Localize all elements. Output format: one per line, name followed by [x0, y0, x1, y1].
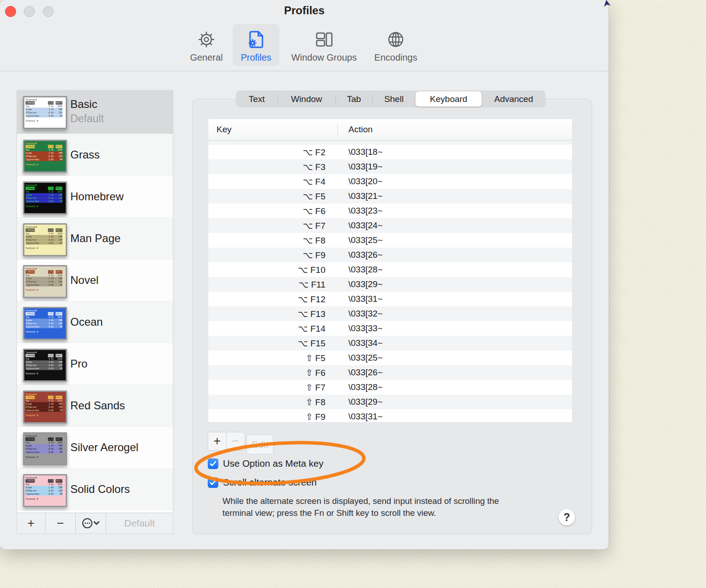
key-cell: ⌥ F8 [208, 235, 337, 246]
action-cell: \033[23~ [337, 206, 383, 216]
thumb-header-line: COMMAND%CPURPRVT [26, 187, 63, 190]
profile-thumbnail-screen: Terminal# COMMAND%CPURPRVT top4.1%231K X… [24, 266, 66, 297]
profile-item-novel[interactable]: Terminal# COMMAND%CPURPRVT top4.1%231K X… [17, 260, 173, 301]
key-mapping-row[interactable]: ⇧ F8\033[29~ [208, 395, 572, 409]
key-mapping-row[interactable]: ⌥ F8\033[25~ [208, 233, 572, 248]
key-cell: ⇧ F9 [208, 412, 337, 422]
cursor-artifact [603, 0, 611, 7]
key-mapping-row[interactable]: ⇧ F9\033[31~ [208, 409, 572, 423]
add-key-mapping-button[interactable]: + [208, 432, 227, 451]
edit-key-mapping-button[interactable]: Edit [246, 435, 273, 454]
profile-item-silver-aerogel[interactable]: Terminal# COMMAND%CPURPRVT top4.1%231K X… [17, 427, 173, 469]
tab-keyboard[interactable]: Keyboard [416, 91, 482, 107]
key-mapping-row[interactable]: ⌥ F14\033[33~ [208, 321, 572, 336]
key-mapping-row[interactable]: ⌥ F4\033[20~ [208, 174, 572, 189]
profile-thumbnail: Terminal# COMMAND%CPURPRVT top4.1%231K X… [23, 181, 67, 215]
set-default-button[interactable]: Default [106, 513, 173, 533]
key-mapping-row[interactable]: ⌥ F13\033[32~ [208, 306, 572, 321]
thumb-title-line: Terminal# [26, 226, 63, 229]
thumb-header-line: COMMAND%CPURPRVT [26, 312, 63, 316]
action-cell: \033[28~ [337, 265, 383, 275]
profile-item-solid-colors[interactable]: Terminal# COMMAND%CPURPRVT top4.1%231K X… [17, 469, 173, 510]
remove-key-mapping-button[interactable]: − [226, 432, 245, 451]
key-cell: ⌥ F15 [208, 338, 337, 349]
profile-item-basic[interactable]: Terminal# COMMAND%CPURPRVT top4.1%231K X… [17, 90, 173, 134]
profile-name: Novel [70, 274, 98, 287]
terminal-preferences-window: Profiles General [0, 0, 609, 549]
keyboard-table-body: ⌥ F2\033[18~⌥ F3\033[19~⌥ F4\033[20~⌥ F5… [208, 145, 572, 423]
key-mapping-row[interactable]: ⌥ F2\033[18~ [208, 145, 572, 159]
key-mapping-row[interactable]: ⌥ F9\033[26~ [208, 248, 572, 262]
key-mapping-row[interactable]: ⌥ F10\033[28~ [208, 262, 572, 277]
window-groups-icon [313, 28, 335, 51]
toolbar-item-window-groups[interactable]: Window Groups [285, 24, 363, 66]
add-profile-button[interactable]: + [17, 513, 46, 533]
more-options-button[interactable] [76, 513, 106, 533]
thumb-header-line: COMMAND%CPURPRVT [26, 438, 63, 441]
profile-list: Terminal# COMMAND%CPURPRVT top4.1%231K X… [17, 90, 173, 534]
tab-text[interactable]: Text [236, 90, 278, 107]
action-cell: \033[18~ [337, 147, 383, 157]
window-title: Profiles [0, 4, 609, 17]
toolbar-label-profiles: Profiles [241, 52, 272, 63]
key-mapping-row[interactable]: ⌥ F12\033[31~ [208, 292, 572, 306]
profile-item-grass[interactable]: Terminal# COMMAND%CPURPRVT top4.1%231K X… [17, 134, 173, 176]
thumb-title-line: Terminal# [26, 184, 63, 187]
thumb-prompt-line: Terminal # [26, 414, 63, 417]
tab-advanced[interactable]: Advanced [482, 90, 546, 107]
profile-thumbnail-content: Terminal# COMMAND%CPURPRVT top4.1%231K X… [24, 392, 63, 420]
tab-shell[interactable]: Shell [372, 90, 416, 107]
profile-item-man-page[interactable]: Terminal# COMMAND%CPURPRVT top4.1%231K X… [17, 218, 173, 260]
thumb-header-line: COMMAND%CPURPRVT [26, 145, 63, 148]
tab-window[interactable]: Window [278, 90, 336, 107]
key-mapping-row[interactable]: ⌥ F15\033[34~ [208, 336, 572, 351]
profile-thumbnail: Terminal# COMMAND%CPURPRVT top4.1%231K X… [23, 96, 67, 129]
profile-item-ocean[interactable]: Terminal# COMMAND%CPURPRVT top4.1%231K X… [17, 301, 173, 343]
profile-thumbnail: Terminal# COMMAND%CPURPRVT top4.1%231K X… [23, 223, 67, 256]
toolbar-item-encodings[interactable]: Encodings [369, 24, 423, 66]
key-mapping-row[interactable]: ⌥ F11\033[29~ [208, 277, 572, 292]
profile-item-homebrew[interactable]: Terminal# COMMAND%CPURPRVT top4.1%231K X… [17, 176, 173, 218]
toolbar-item-general[interactable]: General [186, 24, 227, 66]
profile-name: Man Page [70, 232, 120, 245]
checkmark-icon [210, 480, 216, 486]
globe-icon [385, 28, 406, 51]
use-option-as-meta-key-label: Use Option as Meta key [223, 458, 324, 469]
thumb-title-line: Terminal# [26, 476, 63, 480]
titlebar: Profiles [0, 0, 609, 22]
key-mapping-row[interactable]: ⇧ F6\033[26~ [208, 365, 572, 380]
ellipsis-circle-chevron-icon [81, 517, 101, 529]
remove-profile-button[interactable]: − [46, 513, 76, 533]
key-mapping-row[interactable]: ⇧ F5\033[25~ [208, 351, 572, 365]
column-divider [337, 123, 338, 136]
profile-thumbnail-content: Terminal# COMMAND%CPURPRVT top4.1%231K X… [24, 97, 63, 125]
profile-thumbnail: Terminal# COMMAND%CPURPRVT top4.1%231K X… [23, 265, 67, 298]
use-option-as-meta-key-checkbox[interactable] [208, 458, 218, 469]
key-mapping-row[interactable]: ⌥ F7\033[24~ [208, 218, 572, 233]
profile-name: Red Sands [70, 399, 125, 412]
scroll-alternate-screen-row: Scroll alternate screen [208, 477, 317, 488]
key-mapping-row[interactable]: ⌥ F5\033[21~ [208, 189, 572, 204]
key-mapping-row[interactable]: ⌥ F3\033[19~ [208, 159, 572, 174]
profile-thumbnail: Terminal# COMMAND%CPURPRVT top4.1%231K X… [23, 474, 67, 507]
toolbar-item-profiles[interactable]: Profiles [233, 24, 279, 66]
profile-item-pro[interactable]: Terminal# COMMAND%CPURPRVT top4.1%231K X… [17, 343, 173, 385]
profile-thumbnail-content: Terminal# COMMAND%CPURPRVT top4.1%231K X… [24, 225, 63, 253]
action-cell: \033[33~ [337, 323, 383, 334]
key-cell: ⌥ F12 [208, 294, 337, 305]
profile-default-badge: Default [70, 113, 104, 125]
key-mapping-row[interactable]: ⇧ F7\033[28~ [208, 380, 572, 395]
help-button[interactable]: ? [558, 509, 575, 526]
key-cell: ⇧ F8 [208, 397, 337, 407]
thumb-prompt-line: Terminal # [26, 330, 63, 334]
profile-name: Ocean [70, 316, 103, 328]
tab-tab[interactable]: Tab [336, 90, 372, 107]
action-cell: \033[19~ [337, 162, 383, 172]
scroll-alternate-screen-checkbox[interactable] [208, 477, 218, 488]
profile-item-red-sands[interactable]: Terminal# COMMAND%CPURPRVT top4.1%231K X… [17, 385, 173, 427]
key-cell: ⇧ F7 [208, 382, 337, 393]
key-mapping-row[interactable]: ⌥ F6\033[23~ [208, 204, 572, 218]
profile-thumbnail: Terminal# COMMAND%CPURPRVT top4.1%231K X… [23, 349, 67, 382]
thumb-header-line: COMMAND%CPURPRVT [26, 229, 63, 232]
action-cell: \033[31~ [337, 412, 383, 422]
